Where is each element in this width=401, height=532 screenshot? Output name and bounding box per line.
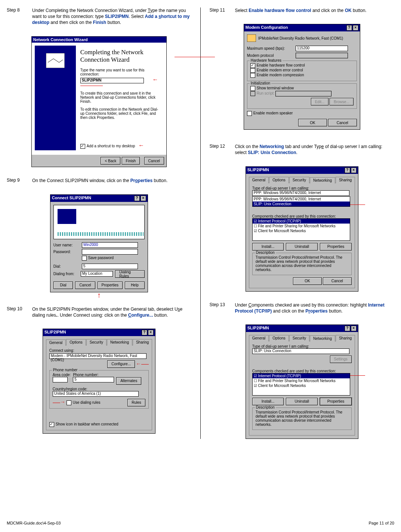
connect-slip2ipmn-dialog: Connect SLIP2IPMN?× User name:Win2000 Pa… xyxy=(50,194,148,292)
tab-security[interactable]: Security xyxy=(86,339,107,345)
properties-button[interactable]: Properties xyxy=(320,243,352,250)
close-icon[interactable]: × xyxy=(148,330,154,335)
step-10: Step 10 On the SLIP2IPMN Properties wind… xyxy=(7,306,191,318)
close-icon[interactable]: × xyxy=(353,25,358,31)
properties-button[interactable]: Properties xyxy=(320,398,352,405)
network-connection-wizard-dialog: Network Connection Wizard Completing the… xyxy=(31,36,167,167)
rules-button[interactable]: Rules xyxy=(127,399,145,406)
connection-name-input[interactable]: SLIP2IPMN xyxy=(80,78,144,83)
use-dialing-rules-checkbox[interactable] xyxy=(67,400,71,405)
tab-general[interactable]: General xyxy=(46,339,66,346)
phone-number-input[interactable]: 5 xyxy=(73,377,114,382)
ok-button[interactable]: OK xyxy=(298,119,327,126)
settings-button: Settings xyxy=(330,356,352,363)
tab-networking[interactable]: Networking xyxy=(107,339,132,345)
arrow-line-to-flow xyxy=(175,57,215,57)
modem-protocol-select[interactable] xyxy=(296,53,348,58)
slip2ipmn-properties-general-dialog: SLIP2IPMN?× General Options Security Net… xyxy=(43,329,155,434)
handshake-icon xyxy=(46,53,65,68)
browse-button: Browse... xyxy=(330,98,354,105)
help-icon[interactable]: ? xyxy=(345,326,350,331)
help-icon[interactable]: ? xyxy=(134,196,140,201)
footer-right: Page 11 of 20 xyxy=(368,521,394,525)
svg-rect-1 xyxy=(247,34,256,42)
arrow-to-name-input: ← xyxy=(152,76,158,83)
components-list[interactable]: ☑ Internet Protocol (TCP/IP) ☐ File and … xyxy=(252,218,350,241)
show-terminal-checkbox[interactable] xyxy=(250,86,255,91)
tab-options[interactable]: Options xyxy=(66,339,86,345)
cancel-button[interactable]: Cancel xyxy=(75,282,95,289)
alternates-button[interactable]: Alternates xyxy=(116,377,141,385)
wizard-heading: Completing the Network Connection Wizard xyxy=(80,49,159,64)
uninstall-button[interactable]: Uninstall xyxy=(286,398,318,405)
tab-options[interactable]: Options xyxy=(269,335,289,341)
hw-flow-checkbox[interactable] xyxy=(250,63,255,68)
step-13: Step 13 Under Components checked are use… xyxy=(210,302,395,314)
dialog-titlebar: Network Connection Wizard xyxy=(32,37,166,43)
tab-sharing[interactable]: Sharing xyxy=(133,339,152,345)
close-icon[interactable]: × xyxy=(351,326,357,331)
tab-security[interactable]: Security xyxy=(289,335,309,341)
dialing-rules-button[interactable]: Dialing Rules xyxy=(115,270,144,278)
username-input[interactable]: Win2000 xyxy=(82,242,138,248)
dial-input[interactable]: 5 xyxy=(82,264,138,269)
dialing-from-select[interactable]: My Location xyxy=(81,271,113,277)
slip2ipmn-networking-dialog-2: SLIP2IPMN?× General Options Security Net… xyxy=(246,325,358,439)
max-speed-select[interactable]: 115200 xyxy=(296,46,348,51)
close-icon[interactable]: × xyxy=(141,196,146,201)
help-button[interactable]: Help xyxy=(125,282,145,289)
area-code-input[interactable] xyxy=(53,377,68,382)
wizard-sidebar xyxy=(35,46,76,150)
help-icon[interactable]: ? xyxy=(346,25,352,31)
close-icon[interactable]: × xyxy=(351,167,357,173)
slip2ipmn-networking-dialog-1: SLIP2IPMN?× General Options Security Net… xyxy=(246,166,358,292)
tab-networking[interactable]: Networking xyxy=(310,177,335,184)
cancel-button[interactable]: Cancel xyxy=(323,277,352,285)
help-icon[interactable]: ? xyxy=(142,330,147,335)
finish-button[interactable]: Finish xyxy=(122,157,140,164)
dial-button[interactable]: Dial xyxy=(53,282,73,289)
modem-speaker-checkbox[interactable] xyxy=(247,111,252,116)
connect-animation xyxy=(53,205,145,239)
arrow-to-shortcut-checkbox: ← xyxy=(138,142,144,148)
back-button[interactable]: < Back xyxy=(101,157,120,164)
tab-general[interactable]: General xyxy=(249,177,269,183)
components-list[interactable]: ☑ Internet Protocol (TCP/IP) ☐ File and … xyxy=(252,373,350,396)
step-label: Step 8 xyxy=(7,7,27,26)
tab-security[interactable]: Security xyxy=(289,177,309,183)
modem-error-checkbox[interactable] xyxy=(250,68,255,73)
modem-compression-checkbox[interactable] xyxy=(250,73,255,78)
connect-using-select[interactable]: Modem - IPMobileNet Diversity Radio Netw… xyxy=(49,353,146,359)
configure-button[interactable]: Configure... xyxy=(107,360,135,368)
password-input[interactable] xyxy=(82,249,138,255)
tab-sharing[interactable]: Sharing xyxy=(336,335,355,341)
cancel-button[interactable]: Cancel xyxy=(144,157,164,164)
step-11: Step 11 Select Enable hardware flow cont… xyxy=(210,7,395,13)
tab-networking[interactable]: Networking xyxy=(310,335,335,342)
properties-button[interactable]: Properties xyxy=(98,282,123,289)
country-select[interactable]: United States of America (1) xyxy=(53,391,139,397)
modem-icon xyxy=(247,34,256,42)
help-icon[interactable]: ? xyxy=(345,167,350,173)
ok-button[interactable]: OK xyxy=(293,277,322,285)
run-script-input xyxy=(275,91,331,96)
step-12: Step 12 Click on the Networking tab and … xyxy=(210,144,395,156)
arrow-to-configure: ← xyxy=(136,360,141,366)
cancel-button[interactable]: Cancel xyxy=(328,119,357,126)
dialup-type-select[interactable]: SLIP: Unix Connection xyxy=(252,348,349,354)
tab-general[interactable]: General xyxy=(249,335,269,341)
install-button[interactable]: Install... xyxy=(252,243,284,250)
tab-options[interactable]: Options xyxy=(269,177,289,183)
save-password-checkbox[interactable] xyxy=(82,256,87,261)
tab-sharing[interactable]: Sharing xyxy=(336,177,355,183)
install-button[interactable]: Install... xyxy=(252,398,284,405)
properties-value: Properties xyxy=(130,178,152,183)
add-shortcut-checkbox[interactable] xyxy=(80,144,85,149)
uninstall-button[interactable]: Uninstall xyxy=(286,243,318,250)
modem-configuration-dialog: Modem Configuration?× IPMobileNet Divers… xyxy=(244,24,360,130)
dialup-type-dropdown[interactable]: PPP: Windows 95/98/NT4/2000, Internet SL… xyxy=(252,196,350,207)
step-9: Step 9 On the Connect SLIP2IPMN window, … xyxy=(7,178,191,184)
run-script-checkbox xyxy=(250,91,255,96)
dialup-type-select[interactable]: PPP: Windows 95/98/NT4/2000, Internet xyxy=(252,190,349,196)
show-icon-checkbox[interactable] xyxy=(49,422,54,427)
